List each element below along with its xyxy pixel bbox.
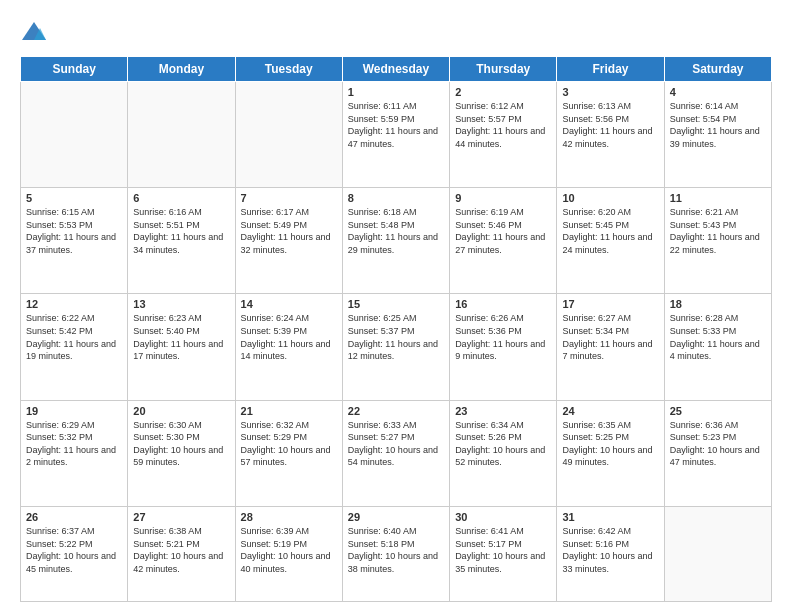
day-number: 14	[241, 298, 337, 310]
day-info: Sunrise: 6:17 AMSunset: 5:49 PMDaylight:…	[241, 206, 337, 256]
day-number: 23	[455, 405, 551, 417]
day-cell: 19Sunrise: 6:29 AMSunset: 5:32 PMDayligh…	[21, 400, 128, 506]
day-number: 18	[670, 298, 766, 310]
day-header-tuesday: Tuesday	[235, 57, 342, 82]
day-number: 10	[562, 192, 658, 204]
day-cell: 17Sunrise: 6:27 AMSunset: 5:34 PMDayligh…	[557, 294, 664, 400]
day-number: 5	[26, 192, 122, 204]
day-header-monday: Monday	[128, 57, 235, 82]
day-info: Sunrise: 6:26 AMSunset: 5:36 PMDaylight:…	[455, 312, 551, 362]
day-info: Sunrise: 6:39 AMSunset: 5:19 PMDaylight:…	[241, 525, 337, 575]
logo-icon	[20, 18, 48, 46]
day-cell: 22Sunrise: 6:33 AMSunset: 5:27 PMDayligh…	[342, 400, 449, 506]
day-cell: 25Sunrise: 6:36 AMSunset: 5:23 PMDayligh…	[664, 400, 771, 506]
day-info: Sunrise: 6:14 AMSunset: 5:54 PMDaylight:…	[670, 100, 766, 150]
day-number: 21	[241, 405, 337, 417]
day-cell: 26Sunrise: 6:37 AMSunset: 5:22 PMDayligh…	[21, 506, 128, 601]
day-info: Sunrise: 6:28 AMSunset: 5:33 PMDaylight:…	[670, 312, 766, 362]
day-info: Sunrise: 6:36 AMSunset: 5:23 PMDaylight:…	[670, 419, 766, 469]
day-number: 29	[348, 511, 444, 523]
calendar-header-row: SundayMondayTuesdayWednesdayThursdayFrid…	[21, 57, 772, 82]
day-number: 13	[133, 298, 229, 310]
week-row-3: 19Sunrise: 6:29 AMSunset: 5:32 PMDayligh…	[21, 400, 772, 506]
day-number: 3	[562, 86, 658, 98]
day-cell: 28Sunrise: 6:39 AMSunset: 5:19 PMDayligh…	[235, 506, 342, 601]
day-info: Sunrise: 6:27 AMSunset: 5:34 PMDaylight:…	[562, 312, 658, 362]
day-info: Sunrise: 6:41 AMSunset: 5:17 PMDaylight:…	[455, 525, 551, 575]
week-row-0: 1Sunrise: 6:11 AMSunset: 5:59 PMDaylight…	[21, 82, 772, 188]
day-cell: 13Sunrise: 6:23 AMSunset: 5:40 PMDayligh…	[128, 294, 235, 400]
day-info: Sunrise: 6:38 AMSunset: 5:21 PMDaylight:…	[133, 525, 229, 575]
day-number: 11	[670, 192, 766, 204]
day-number: 4	[670, 86, 766, 98]
day-info: Sunrise: 6:13 AMSunset: 5:56 PMDaylight:…	[562, 100, 658, 150]
page: SundayMondayTuesdayWednesdayThursdayFrid…	[0, 0, 792, 612]
day-cell: 11Sunrise: 6:21 AMSunset: 5:43 PMDayligh…	[664, 188, 771, 294]
day-cell	[128, 82, 235, 188]
day-info: Sunrise: 6:23 AMSunset: 5:40 PMDaylight:…	[133, 312, 229, 362]
day-info: Sunrise: 6:16 AMSunset: 5:51 PMDaylight:…	[133, 206, 229, 256]
logo	[20, 18, 52, 46]
day-cell: 21Sunrise: 6:32 AMSunset: 5:29 PMDayligh…	[235, 400, 342, 506]
day-info: Sunrise: 6:19 AMSunset: 5:46 PMDaylight:…	[455, 206, 551, 256]
day-header-sunday: Sunday	[21, 57, 128, 82]
day-number: 28	[241, 511, 337, 523]
day-cell: 16Sunrise: 6:26 AMSunset: 5:36 PMDayligh…	[450, 294, 557, 400]
day-cell: 24Sunrise: 6:35 AMSunset: 5:25 PMDayligh…	[557, 400, 664, 506]
day-number: 12	[26, 298, 122, 310]
day-cell: 10Sunrise: 6:20 AMSunset: 5:45 PMDayligh…	[557, 188, 664, 294]
day-number: 19	[26, 405, 122, 417]
day-cell: 6Sunrise: 6:16 AMSunset: 5:51 PMDaylight…	[128, 188, 235, 294]
day-number: 22	[348, 405, 444, 417]
day-info: Sunrise: 6:35 AMSunset: 5:25 PMDaylight:…	[562, 419, 658, 469]
day-info: Sunrise: 6:25 AMSunset: 5:37 PMDaylight:…	[348, 312, 444, 362]
day-number: 20	[133, 405, 229, 417]
week-row-2: 12Sunrise: 6:22 AMSunset: 5:42 PMDayligh…	[21, 294, 772, 400]
day-info: Sunrise: 6:40 AMSunset: 5:18 PMDaylight:…	[348, 525, 444, 575]
day-info: Sunrise: 6:34 AMSunset: 5:26 PMDaylight:…	[455, 419, 551, 469]
day-cell: 23Sunrise: 6:34 AMSunset: 5:26 PMDayligh…	[450, 400, 557, 506]
day-info: Sunrise: 6:11 AMSunset: 5:59 PMDaylight:…	[348, 100, 444, 150]
day-info: Sunrise: 6:20 AMSunset: 5:45 PMDaylight:…	[562, 206, 658, 256]
day-cell: 1Sunrise: 6:11 AMSunset: 5:59 PMDaylight…	[342, 82, 449, 188]
day-info: Sunrise: 6:32 AMSunset: 5:29 PMDaylight:…	[241, 419, 337, 469]
day-cell: 31Sunrise: 6:42 AMSunset: 5:16 PMDayligh…	[557, 506, 664, 601]
day-number: 1	[348, 86, 444, 98]
day-cell: 9Sunrise: 6:19 AMSunset: 5:46 PMDaylight…	[450, 188, 557, 294]
day-number: 15	[348, 298, 444, 310]
day-cell: 4Sunrise: 6:14 AMSunset: 5:54 PMDaylight…	[664, 82, 771, 188]
day-info: Sunrise: 6:30 AMSunset: 5:30 PMDaylight:…	[133, 419, 229, 469]
day-number: 7	[241, 192, 337, 204]
day-info: Sunrise: 6:42 AMSunset: 5:16 PMDaylight:…	[562, 525, 658, 575]
day-cell: 27Sunrise: 6:38 AMSunset: 5:21 PMDayligh…	[128, 506, 235, 601]
calendar: SundayMondayTuesdayWednesdayThursdayFrid…	[20, 56, 772, 602]
day-number: 9	[455, 192, 551, 204]
day-cell: 18Sunrise: 6:28 AMSunset: 5:33 PMDayligh…	[664, 294, 771, 400]
day-info: Sunrise: 6:29 AMSunset: 5:32 PMDaylight:…	[26, 419, 122, 469]
day-number: 8	[348, 192, 444, 204]
day-cell: 30Sunrise: 6:41 AMSunset: 5:17 PMDayligh…	[450, 506, 557, 601]
day-cell: 2Sunrise: 6:12 AMSunset: 5:57 PMDaylight…	[450, 82, 557, 188]
day-number: 2	[455, 86, 551, 98]
day-cell: 20Sunrise: 6:30 AMSunset: 5:30 PMDayligh…	[128, 400, 235, 506]
day-number: 27	[133, 511, 229, 523]
day-number: 26	[26, 511, 122, 523]
day-number: 17	[562, 298, 658, 310]
day-info: Sunrise: 6:15 AMSunset: 5:53 PMDaylight:…	[26, 206, 122, 256]
day-info: Sunrise: 6:22 AMSunset: 5:42 PMDaylight:…	[26, 312, 122, 362]
day-cell: 15Sunrise: 6:25 AMSunset: 5:37 PMDayligh…	[342, 294, 449, 400]
day-cell: 3Sunrise: 6:13 AMSunset: 5:56 PMDaylight…	[557, 82, 664, 188]
day-cell	[235, 82, 342, 188]
day-header-friday: Friday	[557, 57, 664, 82]
week-row-4: 26Sunrise: 6:37 AMSunset: 5:22 PMDayligh…	[21, 506, 772, 601]
day-cell: 14Sunrise: 6:24 AMSunset: 5:39 PMDayligh…	[235, 294, 342, 400]
day-cell: 29Sunrise: 6:40 AMSunset: 5:18 PMDayligh…	[342, 506, 449, 601]
day-info: Sunrise: 6:37 AMSunset: 5:22 PMDaylight:…	[26, 525, 122, 575]
day-cell: 12Sunrise: 6:22 AMSunset: 5:42 PMDayligh…	[21, 294, 128, 400]
day-number: 6	[133, 192, 229, 204]
day-info: Sunrise: 6:18 AMSunset: 5:48 PMDaylight:…	[348, 206, 444, 256]
header	[20, 18, 772, 46]
day-number: 24	[562, 405, 658, 417]
day-cell: 8Sunrise: 6:18 AMSunset: 5:48 PMDaylight…	[342, 188, 449, 294]
day-info: Sunrise: 6:12 AMSunset: 5:57 PMDaylight:…	[455, 100, 551, 150]
